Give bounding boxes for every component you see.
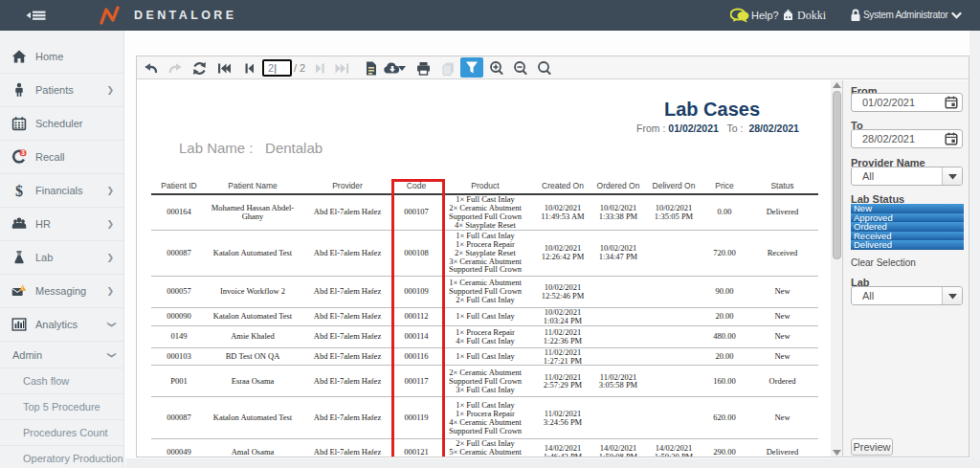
svg-text:3: 3 <box>21 149 25 156</box>
svg-text:$: $ <box>15 183 23 198</box>
